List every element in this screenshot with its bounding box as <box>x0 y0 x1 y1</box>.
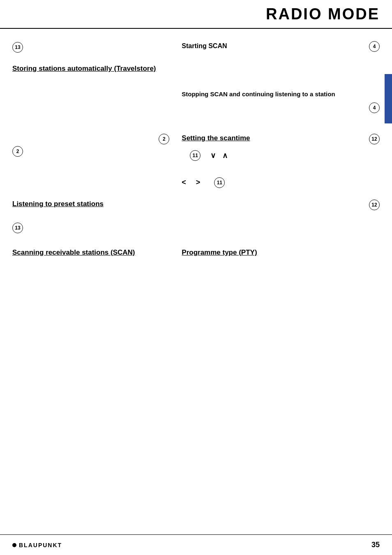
starting-scan-row: 13 Starting SCAN 4 <box>12 41 380 53</box>
badge13-row: 13 <box>12 223 380 233</box>
storing-right <box>178 64 380 73</box>
badge-11b: 11 <box>214 177 225 188</box>
badge-2a: 2 <box>159 134 169 144</box>
arrows-left <box>12 177 178 188</box>
starting-scan-left: 13 <box>12 41 178 53</box>
starting-scan-label: Starting SCAN <box>182 41 227 51</box>
scanning-receivable-label: Scanning receivable stations (SCAN) <box>12 248 135 256</box>
stopping-left <box>12 90 178 113</box>
page-title: RADIO MODE <box>266 5 380 23</box>
storing-left: Storing stations automatically (Travelst… <box>12 64 178 73</box>
programme-right: Programme type (PTY) <box>178 248 380 257</box>
arrows-right: < > 11 <box>178 177 380 188</box>
arrow-down-icon: ∨ <box>210 151 216 160</box>
scantime-left: 2 2 <box>12 134 178 161</box>
arrow-left-icon: < <box>182 178 186 187</box>
arrow-up-icon: ∧ <box>222 151 228 160</box>
storing-stations-label: Storing stations automatically (Travelst… <box>12 65 156 72</box>
logo-text: BLAUPUNKT <box>19 542 62 548</box>
badge-4-stopping: 4 <box>369 102 380 113</box>
brand-logo: BLAUPUNKT <box>12 542 62 548</box>
content-inner: 13 Starting SCAN 4 Storing stations auto… <box>12 41 380 530</box>
setting-scantime-label: Setting the scantime <box>182 134 250 143</box>
scantime-right: Setting the scantime 12 11 ∨ ∧ <box>178 134 380 161</box>
badge13-left: 13 <box>12 223 178 233</box>
page-footer: BLAUPUNKT 35 <box>0 534 392 555</box>
badge-12a: 12 <box>369 134 380 144</box>
starting-scan-right: Starting SCAN 4 <box>178 41 380 53</box>
listening-preset-row: Listening to preset stations 12 <box>12 200 380 210</box>
storing-stations-row: Storing stations automatically (Travelst… <box>12 64 380 73</box>
page-header: RADIO MODE <box>0 0 392 29</box>
arrow-right-icon: > <box>196 178 201 187</box>
listening-left: Listening to preset stations <box>12 200 178 209</box>
badge-4-starting: 4 <box>369 41 380 52</box>
badge-2b: 2 <box>12 146 23 157</box>
stopping-right: Stopping SCAN and continuing listening t… <box>178 90 380 113</box>
badge13-right <box>178 223 380 233</box>
badge-13-starting: 13 <box>12 42 23 53</box>
page-number: 35 <box>371 541 380 549</box>
stopping-scan-row: Stopping SCAN and continuing listening t… <box>12 90 380 113</box>
badge-11a: 11 <box>190 150 201 161</box>
listening-right: 12 <box>178 200 380 210</box>
logo-dot <box>12 543 16 547</box>
scanning-programme-row: Scanning receivable stations (SCAN) Prog… <box>12 248 380 257</box>
arrows-row: < > 11 <box>12 177 380 188</box>
main-content: 13 Starting SCAN 4 Storing stations auto… <box>0 29 392 534</box>
listening-preset-label: Listening to preset stations <box>12 200 104 208</box>
badge-12b: 12 <box>369 200 380 210</box>
badge-13-listening: 13 <box>12 223 23 233</box>
scanning-left: Scanning receivable stations (SCAN) <box>12 248 178 257</box>
stopping-scan-label: Stopping SCAN and continuing listening t… <box>182 91 335 98</box>
scantime-row: 2 2 Setting the scantime 12 11 ∨ ∧ <box>12 134 380 161</box>
programme-type-label: Programme type (PTY) <box>182 248 257 256</box>
